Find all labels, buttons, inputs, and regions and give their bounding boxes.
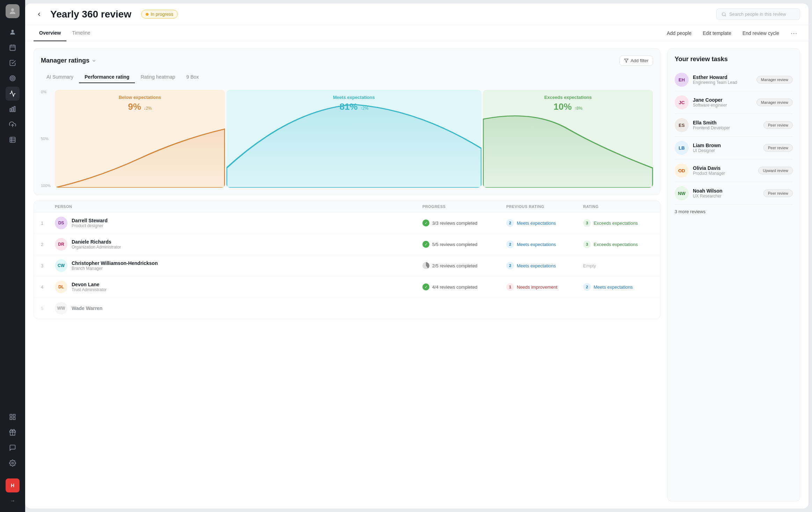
table-row[interactable]: 5 WW Wade Warren xyxy=(34,298,660,319)
card-title[interactable]: Manager ratings xyxy=(41,57,96,64)
avatar: DL xyxy=(55,281,67,293)
review-badge[interactable]: Manager review xyxy=(756,99,793,106)
tab-rating-heatmap[interactable]: Rating heatmap xyxy=(135,71,181,83)
progress-cell: ✓ 3/3 reviews completed xyxy=(422,219,506,226)
rating-cell: 3 Exceeds expectations xyxy=(583,240,653,248)
body-content: Manager ratings Add filter AI Summary Pe… xyxy=(25,41,809,509)
exceeds-value: 10% ↑8% xyxy=(483,101,653,112)
person-cell: DS Darrell StewardProduct designer xyxy=(55,217,422,229)
chart-area: 100% 50% 0% xyxy=(41,90,653,188)
search-placeholder: Search people in this review xyxy=(729,12,786,17)
svg-rect-13 xyxy=(10,137,15,143)
sidebar-icon-bar-chart[interactable] xyxy=(6,102,20,116)
chevron-down-icon xyxy=(92,58,96,63)
svg-line-25 xyxy=(725,15,726,16)
review-item[interactable]: LB Liam Brown UI Designer Peer review xyxy=(675,137,793,159)
progress-complete-icon: ✓ xyxy=(422,283,429,290)
table-row[interactable]: 3 CW Christopher Williamson-HendricksonB… xyxy=(34,255,660,276)
card-header: Manager ratings Add filter xyxy=(41,56,653,66)
progress-cell: ✓ 5/5 reviews completed xyxy=(422,241,506,248)
tab-ai-summary[interactable]: AI Summary xyxy=(41,71,79,83)
edit-template-button[interactable]: Edit template xyxy=(700,28,734,38)
below-value: 9% ↓2% xyxy=(55,101,225,112)
sidebar: H → xyxy=(0,0,25,512)
search-bar[interactable]: Search people in this review xyxy=(716,8,800,20)
review-avatar: LB xyxy=(675,141,689,155)
table-row[interactable]: 4 DL Devon LaneTrust Administrator ✓ 4/4… xyxy=(34,276,660,298)
sub-tabs: AI Summary Performance rating Rating hea… xyxy=(41,71,653,83)
review-info: Olivia Davis Product Manager xyxy=(693,165,754,176)
svg-marker-26 xyxy=(624,59,628,63)
sidebar-icon-table[interactable] xyxy=(6,133,20,147)
review-item[interactable]: EH Esther Howard Engineering Team Lead M… xyxy=(675,68,793,91)
avatar: WW xyxy=(55,302,67,315)
person-cell: DR Daniele RichardsOrganization Administ… xyxy=(55,238,422,251)
review-badge[interactable]: Peer review xyxy=(763,144,793,152)
add-people-button[interactable]: Add people xyxy=(664,28,694,38)
end-review-cycle-button[interactable]: End review cycle xyxy=(740,28,782,38)
more-options-button[interactable]: ⋯ xyxy=(788,28,800,39)
back-button[interactable] xyxy=(34,9,45,20)
review-item[interactable]: ES Ella Smith Frontend Developer Peer re… xyxy=(675,114,793,137)
tab-overview[interactable]: Overview xyxy=(34,25,66,41)
sidebar-icon-analytics[interactable] xyxy=(6,87,20,101)
review-info: Liam Brown UI Designer xyxy=(693,143,759,153)
progress-cell: 2/5 reviews completed xyxy=(422,262,506,269)
tab-9box[interactable]: 9 Box xyxy=(181,71,204,83)
left-panel: Manager ratings Add filter AI Summary Pe… xyxy=(34,48,660,502)
add-filter-button[interactable]: Add filter xyxy=(619,56,653,66)
sidebar-icon-calendar[interactable] xyxy=(6,41,20,55)
sidebar-icon-gift[interactable] xyxy=(6,425,20,439)
review-badge[interactable]: Peer review xyxy=(763,121,793,129)
more-reviews-link[interactable]: 3 more reviews xyxy=(675,205,793,218)
tab-timeline[interactable]: Timeline xyxy=(66,25,96,41)
review-avatar: JC xyxy=(675,95,689,109)
progress-complete-icon: ✓ xyxy=(422,219,429,226)
person-cell: WW Wade Warren xyxy=(55,302,422,315)
tab-performance-rating[interactable]: Performance rating xyxy=(79,71,135,83)
svg-rect-17 xyxy=(10,414,12,417)
exceeds-label: Exceeds expectations xyxy=(483,95,653,100)
sidebar-icon-upload[interactable] xyxy=(6,117,20,131)
person-cell: CW Christopher Williamson-HendricksonBra… xyxy=(55,259,422,272)
review-info: Jane Cooper Software engineer xyxy=(693,97,752,108)
review-tasks-panel: Your review tasks EH Esther Howard Engin… xyxy=(667,48,800,502)
review-item[interactable]: OD Olivia Davis Product Manager Upward r… xyxy=(675,159,793,182)
table-row[interactable]: 2 DR Daniele RichardsOrganization Admini… xyxy=(34,234,660,255)
progress-cell: ✓ 4/4 reviews completed xyxy=(422,283,506,290)
rating-cell: 3 Exceeds expectations xyxy=(583,219,653,227)
sidebar-icon-check[interactable] xyxy=(6,56,20,70)
table-row[interactable]: 1 DS Darrell StewardProduct designer ✓ 3… xyxy=(34,212,660,234)
header: Yearly 360 review In progress Search peo… xyxy=(25,3,809,25)
sidebar-icon-grid[interactable] xyxy=(6,410,20,424)
prev-rating-cell: 1 Needs improvement xyxy=(506,283,583,291)
svg-point-23 xyxy=(12,462,14,464)
progress-complete-icon: ✓ xyxy=(422,241,429,248)
review-badge[interactable]: Upward review xyxy=(758,167,793,174)
review-tasks-title: Your review tasks xyxy=(675,56,793,63)
review-badge[interactable]: Manager review xyxy=(756,76,793,84)
sidebar-icon-person[interactable] xyxy=(6,25,20,39)
status-dot xyxy=(146,13,148,16)
nav-actions: Add people Edit template End review cycl… xyxy=(664,28,800,39)
svg-point-8 xyxy=(12,78,13,79)
sidebar-icon-chat[interactable] xyxy=(6,441,20,455)
prev-rating-cell: 2 Meets expectations xyxy=(506,219,583,227)
review-item[interactable]: JC Jane Cooper Software engineer Manager… xyxy=(675,91,793,114)
sidebar-icon-goals[interactable] xyxy=(6,71,20,85)
nav-tabs: Overview Timeline Add people Edit templa… xyxy=(25,25,809,41)
avatar: DS xyxy=(55,217,67,229)
review-badge[interactable]: Peer review xyxy=(763,189,793,197)
sidebar-brand-button[interactable]: H xyxy=(6,478,20,492)
review-info: Noah Wilson UX Researcher xyxy=(693,188,759,199)
sidebar-expand-button[interactable]: → xyxy=(6,494,20,508)
header-right: Search people in this review xyxy=(716,8,800,20)
prev-rating-cell: 2 Meets expectations xyxy=(506,262,583,269)
review-info: Ella Smith Frontend Developer xyxy=(693,120,759,130)
sidebar-icon-settings[interactable] xyxy=(6,456,20,470)
y-axis: 100% 50% 0% xyxy=(41,90,55,188)
status-label: In progress xyxy=(151,12,173,17)
review-item[interactable]: NW Noah Wilson UX Researcher Peer review xyxy=(675,182,793,205)
svg-point-24 xyxy=(722,12,725,15)
user-avatar[interactable] xyxy=(6,4,20,18)
